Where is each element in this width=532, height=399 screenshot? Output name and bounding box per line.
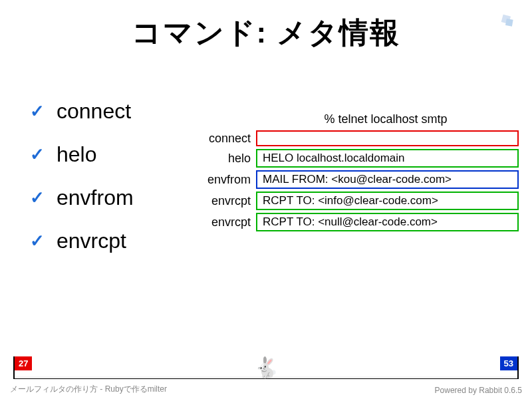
footer-right-text: Powered by Rabbit 0.6.5 (435, 386, 522, 395)
bullet-text: connect (57, 99, 131, 124)
check-icon: ✓ (30, 101, 45, 122)
bullet-text: helo (57, 142, 97, 167)
current-page-number: 27 (15, 356, 32, 370)
check-icon: ✓ (30, 231, 45, 251)
slide-title: コマンド: メタ情報 (0, 0, 532, 53)
diagram-row-helo: helo HELO localhost.localdomain (200, 149, 519, 168)
bullet-list: ✓ connect ✓ helo ✓ envfrom ✓ envrcpt (13, 99, 200, 272)
diagram-box: RCPT TO: <info@clear-code.com> (256, 192, 519, 210)
diagram-box (256, 130, 519, 146)
svg-rect-1 (505, 19, 513, 27)
diagram-row-envrcpt: envrcpt RCPT TO: <null@clear-code.com> (200, 213, 519, 231)
bullet-item: ✓ envfrom (30, 186, 200, 210)
diagram-box: RCPT TO: <null@clear-code.com> (256, 213, 519, 231)
diagram-label: envfrom (200, 173, 256, 187)
footer: 27 🐇 53 メールフィルタの作り方 - Rubyで作るmilter Powe… (0, 349, 532, 399)
rabbit-icon: 🐇 (254, 356, 279, 379)
diagram-box: MAIL FROM: <kou@clear-code.com> (256, 170, 519, 189)
bullet-text: envrcpt (57, 229, 126, 253)
diagram-row-connect: connect (200, 130, 519, 146)
bullet-item: ✓ connect (30, 99, 200, 124)
diagram-row-envfrom: envfrom MAIL FROM: <kou@clear-code.com> (200, 170, 519, 189)
bullet-text: envfrom (57, 186, 134, 210)
smtp-diagram: % telnet localhost smtp connect helo HEL… (200, 99, 519, 272)
diagram-box: HELO localhost.localdomain (256, 149, 519, 168)
check-icon: ✓ (30, 188, 45, 208)
bullet-item: ✓ envrcpt (30, 229, 200, 253)
bullet-item: ✓ helo (30, 142, 200, 167)
diagram-label: envrcpt (200, 215, 256, 229)
diagram-label: envrcpt (200, 194, 256, 208)
diagram-row-envrcpt: envrcpt RCPT TO: <info@clear-code.com> (200, 192, 519, 210)
diagram-label: connect (200, 132, 256, 146)
footer-left-text: メールフィルタの作り方 - Rubyで作るmilter (10, 384, 167, 395)
slide-content: ✓ connect ✓ helo ✓ envfrom ✓ envrcpt % t… (0, 99, 532, 272)
diagram-label: helo (200, 152, 256, 166)
corner-decoration-icon (499, 12, 515, 29)
total-pages-number: 53 (500, 356, 517, 370)
diagram-header: % telnet localhost smtp (200, 112, 519, 126)
check-icon: ✓ (30, 144, 45, 165)
